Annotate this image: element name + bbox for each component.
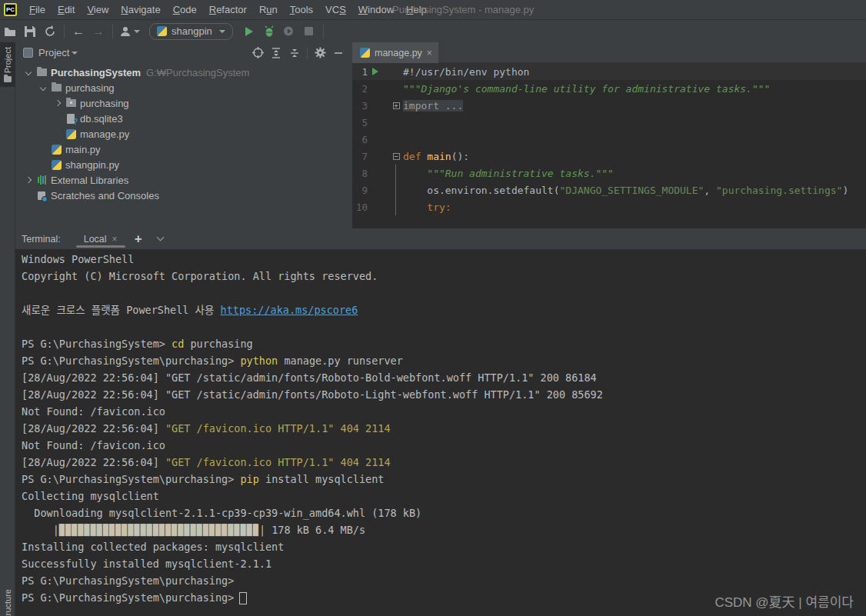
- terminal-header: Terminal: Local × +: [15, 228, 866, 249]
- terminal-tab-local[interactable]: Local ×: [81, 228, 121, 249]
- chevron-down-icon[interactable]: [22, 70, 35, 75]
- chevron-down-icon[interactable]: [156, 234, 164, 241]
- code-line-9[interactable]: 9 os.environ.setdefault("DJANGO_SETTINGS…: [352, 181, 866, 198]
- code-line-2[interactable]: 2"""Django's command-line utility for ad…: [352, 80, 866, 97]
- terminal-line-10: Not Found: /favicon.ico: [22, 403, 866, 420]
- tree-item-purchasing[interactable]: purchasing: [15, 80, 352, 95]
- forward-icon[interactable]: →: [88, 22, 108, 41]
- tree-item-purchasing[interactable]: purchasing: [15, 95, 352, 111]
- line-number: 6: [352, 134, 368, 145]
- toolbar-separator: [64, 25, 65, 38]
- terminal-line-19: Successfully installed mysqlclient-2.1.1: [22, 555, 866, 572]
- pycharm-logo: PC: [4, 3, 17, 16]
- package-icon: [65, 97, 77, 109]
- collapse-all-icon[interactable]: [285, 45, 304, 62]
- menu-file[interactable]: File: [23, 4, 52, 15]
- terminal-line-8: [28/Aug/2022 22:56:04] "GET /static/admi…: [22, 369, 866, 386]
- tool-stripe-structure[interactable]: Structure: [0, 584, 15, 616]
- tab-label: manage.py: [375, 48, 422, 58]
- expand-all-icon[interactable]: [267, 45, 285, 62]
- terminal-line-6: PS G:\PurchasingSystem> cd purchasing: [22, 335, 866, 352]
- tree-item-label: manage.py: [80, 128, 129, 140]
- folder-icon: [50, 82, 62, 94]
- chevron-down-icon: [134, 30, 140, 33]
- menu-tools[interactable]: Tools: [284, 4, 319, 15]
- coverage-button[interactable]: [279, 22, 299, 41]
- close-icon[interactable]: ×: [427, 48, 432, 58]
- code-line-10[interactable]: 10 try:: [352, 198, 866, 215]
- tree-item-main-py[interactable]: main.py: [15, 142, 352, 157]
- tool-stripe-project[interactable]: Project: [0, 42, 15, 87]
- run-configuration-select[interactable]: shangpin: [149, 23, 233, 40]
- menu-view[interactable]: View: [81, 4, 115, 15]
- terminal-cursor: [239, 592, 247, 604]
- tree-item-label: purchasing: [80, 98, 129, 109]
- terminal-line-1: Windows PowerShell: [22, 251, 866, 268]
- line-number: 1: [352, 66, 368, 78]
- chevron-down-icon[interactable]: [36, 85, 50, 90]
- left-tool-stripe: Project Structure: [0, 42, 15, 616]
- watermark: CSDN @夏天 | 여름이다: [714, 591, 854, 611]
- user-icon[interactable]: [117, 22, 143, 41]
- code-line-3[interactable]: 3+import ...: [352, 97, 866, 114]
- fold-expand-icon[interactable]: +: [391, 97, 401, 114]
- fold-slot: [391, 63, 401, 80]
- debug-button[interactable]: [259, 22, 279, 41]
- terminal-output[interactable]: Windows PowerShellCopyright (C) Microsof…: [15, 249, 866, 616]
- locate-file-icon[interactable]: [248, 45, 267, 62]
- editor-area: manage.py × 1#!/usr/bin/env python2"""Dj…: [352, 42, 866, 228]
- hide-panel-icon[interactable]: [329, 45, 348, 62]
- chevron-right-icon[interactable]: [22, 178, 35, 182]
- code-line-8[interactable]: 8 """Run administrative tasks.""": [352, 165, 866, 181]
- back-icon[interactable]: ←: [68, 22, 88, 41]
- menu-edit[interactable]: Edit: [52, 4, 81, 15]
- tree-item-label: main.py: [65, 144, 101, 155]
- tree-item-db-sqlite3[interactable]: ?db.sqlite3: [15, 111, 352, 126]
- chevron-down-icon[interactable]: [72, 52, 78, 55]
- code-editor[interactable]: 1#!/usr/bin/env python2"""Django's comma…: [352, 63, 866, 215]
- tab-manage-py[interactable]: manage.py ×: [352, 42, 438, 63]
- terminal-line-15: Collecting mysqlclient: [22, 488, 866, 504]
- run-button[interactable]: [239, 22, 259, 41]
- terminal-line-5: [22, 318, 866, 335]
- terminal-lines: Windows PowerShellCopyright (C) Microsof…: [22, 251, 866, 606]
- terminal-link[interactable]: https://aka.ms/pscore6: [221, 304, 358, 316]
- fold-slot: [391, 80, 401, 97]
- menu-refactor[interactable]: Refactor: [203, 4, 253, 15]
- run-configuration-name: shangpin: [172, 25, 212, 37]
- menu-run[interactable]: Run: [253, 4, 284, 15]
- code-line-5[interactable]: 5: [352, 114, 866, 131]
- chevron-down-icon: [219, 30, 225, 33]
- terminal-line-12: Not Found: /favicon.ico: [22, 437, 866, 454]
- tree-item-external-libraries[interactable]: External Libraries: [15, 172, 352, 188]
- tree-item-purchasingsystem[interactable]: PurchasingSystemG:₩PurchasingSystem: [15, 65, 352, 80]
- fold-collapse-icon[interactable]: −: [391, 148, 401, 165]
- chevron-right-icon[interactable]: [51, 101, 65, 105]
- menu-code[interactable]: Code: [167, 4, 203, 15]
- close-icon[interactable]: ×: [112, 234, 118, 245]
- fold-slot: [391, 114, 401, 131]
- tree-item-shangpin-py[interactable]: shangpin.py: [15, 157, 352, 172]
- project-panel-title[interactable]: Project: [38, 47, 69, 58]
- menu-vcs[interactable]: VCS: [319, 4, 352, 15]
- code-line-1[interactable]: 1#!/usr/bin/env python: [352, 63, 866, 80]
- new-terminal-icon[interactable]: +: [135, 231, 142, 247]
- code-line-7[interactable]: 7−def main():: [352, 148, 866, 165]
- file-icon: ?: [65, 112, 77, 125]
- settings-gear-icon[interactable]: [311, 45, 329, 62]
- sync-icon[interactable]: [40, 22, 60, 41]
- code-line-6[interactable]: 6: [352, 131, 866, 148]
- window-title: PurchasingSystem - manage.py: [392, 0, 534, 20]
- open-icon[interactable]: [0, 22, 20, 41]
- project-tree: PurchasingSystemG:₩PurchasingSystempurch…: [15, 63, 352, 203]
- tree-item-manage-py[interactable]: manage.py: [15, 126, 352, 142]
- fold-slot: [391, 131, 401, 148]
- code-text: #!/usr/bin/env python: [401, 66, 529, 78]
- python-icon: [360, 48, 370, 58]
- save-icon[interactable]: [20, 22, 40, 41]
- menu-navigate[interactable]: Navigate: [115, 4, 166, 15]
- stop-button[interactable]: [299, 22, 319, 41]
- tree-item-scratches-and-consoles[interactable]: Scratches and Consoles: [15, 188, 352, 203]
- scratch-icon: [35, 189, 48, 201]
- run-line-icon[interactable]: [368, 68, 383, 75]
